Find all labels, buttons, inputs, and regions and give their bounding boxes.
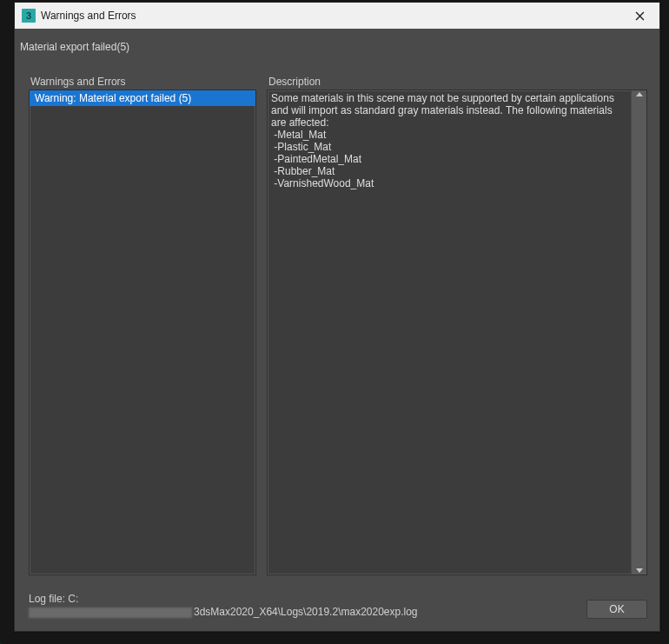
titlebar[interactable]: 3 Warnings and Errors <box>15 3 659 29</box>
warnings-list-item[interactable]: Warning: Material export failed (5) <box>30 90 255 106</box>
warnings-errors-dialog: 3 Warnings and Errors Material export fa… <box>14 2 660 632</box>
log-file-text: Log file: C: 3dsMax2020_X64\Logs\2019.2\… <box>29 593 576 619</box>
scroll-up-icon[interactable] <box>636 92 643 96</box>
summary-text: Material export failed(5) <box>20 41 647 53</box>
affected-material: -VarnishedWood_Mat <box>271 177 627 189</box>
description-scrollbar[interactable] <box>631 90 646 574</box>
footer-row: Log file: C: 3dsMax2020_X64\Logs\2019.2\… <box>20 581 647 621</box>
description-intro: Some materials in this scene may not be … <box>271 92 627 129</box>
scroll-down-icon[interactable] <box>636 568 643 573</box>
close-icon <box>635 11 645 21</box>
description-column: Description Some materials in this scene… <box>267 76 647 575</box>
log-file-prefix: Log file: C: <box>29 593 576 606</box>
close-button[interactable] <box>619 3 659 29</box>
affected-material: -Rubber_Mat <box>271 165 627 177</box>
dialog-content: Material export failed(5) Warnings and E… <box>15 29 659 631</box>
affected-material: -Metal_Mat <box>271 129 627 141</box>
window-title: Warnings and Errors <box>41 10 136 22</box>
description-label: Description <box>267 76 647 88</box>
warnings-list-column: Warnings and Errors Warning: Material ex… <box>29 76 256 575</box>
description-text: Some materials in this scene may not be … <box>268 90 631 574</box>
log-file-suffix: 3dsMax2020_X64\Logs\2019.2\max2020exp.lo… <box>194 606 418 618</box>
affected-material: -PaintedMetal_Mat <box>271 153 627 165</box>
app-icon: 3 <box>22 9 36 23</box>
description-box[interactable]: Some materials in this scene may not be … <box>267 90 647 575</box>
panels-row: Warnings and Errors Warning: Material ex… <box>20 76 647 575</box>
redacted-path-segment <box>29 607 192 618</box>
warnings-list[interactable]: Warning: Material export failed (5) <box>29 90 256 575</box>
ok-button[interactable]: OK <box>586 600 647 619</box>
warnings-list-label: Warnings and Errors <box>29 76 256 88</box>
affected-material: -Plastic_Mat <box>271 141 627 153</box>
